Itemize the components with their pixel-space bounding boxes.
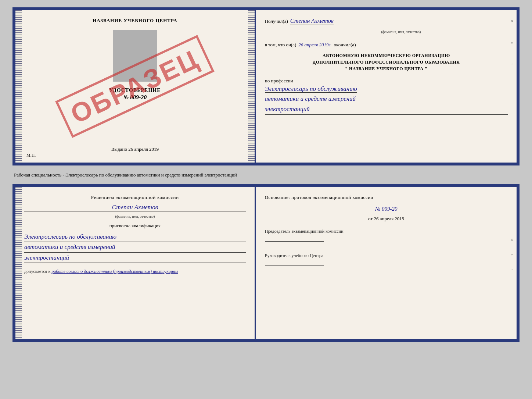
profession-block: по профессии Электрослесарь по обслужива…	[265, 78, 508, 115]
profession-line2: автоматики и средств измерений	[265, 94, 508, 104]
chairman-title: Председатель экзаменационной комиссии	[265, 228, 508, 235]
cert-mp-label: М.П.	[26, 153, 36, 158]
cert-photo-placeholder	[113, 30, 157, 82]
qualification-line2: автоматики и средств измерений	[24, 242, 246, 252]
qualification-line1: Электрослесарь по обслуживанию	[24, 232, 246, 242]
top-document: НАЗВАНИЕ УЧЕБНОГО ЦЕНТРА УДОСТОВЕРЕНИЕ №…	[12, 7, 520, 165]
issued-date: 26 апреля 2019	[128, 146, 159, 152]
right-decorative-strip-inner	[248, 10, 255, 163]
org-block: АВТОНОМНУЮ НЕКОММЕРЧЕСКУЮ ОРГАНИЗАЦИЮ ДО…	[265, 52, 508, 72]
person-name: Степан Ахметов	[24, 204, 246, 211]
org-line3: " НАЗВАНИЕ УЧЕБНОГО ЦЕНТРА "	[265, 65, 508, 72]
date-value: 26 апреля 2019г.	[298, 42, 331, 48]
director-title: Руководитель учебного Центра	[265, 253, 508, 259]
document-container: НАЗВАНИЕ УЧЕБНОГО ЦЕНТРА УДОСТОВЕРЕНИЕ №…	[12, 7, 520, 342]
bottom-left-panel: Решением экзаменационной комиссии Степан…	[15, 187, 256, 339]
qualification-block: Электрослесарь по обслуживанию автоматик…	[24, 232, 246, 263]
specialty-text: Рабочая специальность - Электрослесарь п…	[12, 170, 520, 179]
commission-title: Решением экзаменационной комиссии	[24, 194, 246, 201]
receiver-line: Получил(а) Степан Ахметов –	[265, 18, 508, 25]
chairman-signature-line	[265, 241, 324, 242]
org-line1: АВТОНОМНУЮ НЕКОММЕРЧЕСКУЮ ОРГАНИЗАЦИЮ	[265, 52, 508, 59]
bottom-right-edge-marks: – – – и а ← – – – –	[510, 187, 515, 339]
protocol-date-prefix: от	[368, 216, 373, 221]
assigned-label: присвоена квалификация	[24, 223, 246, 229]
cert-school-title: НАЗВАНИЕ УЧЕБНОГО ЦЕНТРА	[93, 18, 177, 24]
receiver-fio-subtitle: (фамилия, имя, отчество)	[265, 30, 508, 34]
protocol-number: № 009-20	[265, 206, 508, 212]
in-that-label: в том, что он(а)	[265, 42, 296, 48]
bottom-right-panel: Основание: протокол экзаменационной коми…	[256, 187, 517, 339]
cert-number: № 009-20	[123, 94, 147, 101]
protocol-date-value: 26 апреля 2019	[374, 216, 405, 221]
top-right-panel: Получил(а) Степан Ахметов – (фамилия, им…	[256, 10, 517, 163]
allowed-text: допускается к работе согласно должностны…	[24, 269, 246, 274]
org-line2: ДОПОЛНИТЕЛЬНОГО ПРОФЕССИОНАЛЬНОГО ОБРАЗО…	[265, 59, 508, 65]
date-line: в том, что он(а) 26 апреля 2019г. окончи…	[265, 42, 508, 48]
qualification-line3: электростанций	[24, 253, 246, 263]
cert-issued-line: Выдано 26 апреля 2019	[111, 146, 159, 152]
profession-label: по профессии	[265, 78, 508, 84]
allowed-value: работе согласно должностным (производств…	[51, 269, 178, 274]
profession-line3: электростанций	[265, 104, 508, 114]
profession-line1: Электрослесарь по обслуживанию	[265, 85, 357, 93]
basis-title: Основание: протокол экзаменационной коми…	[265, 194, 508, 201]
right-edge-marks: и а ← – – – –	[510, 10, 515, 163]
cert-type-label: УДОСТОВЕРЕНИЕ	[109, 88, 161, 93]
receiver-name: Степан Ахметов	[290, 18, 334, 25]
received-label: Получил(а)	[265, 18, 288, 24]
protocol-date: от 26 апреля 2019	[265, 216, 508, 222]
top-left-panel: НАЗВАНИЕ УЧЕБНОГО ЦЕНТРА УДОСТОВЕРЕНИЕ №…	[15, 10, 256, 163]
director-block: Руководитель учебного Центра	[265, 253, 508, 267]
issued-label: Выдано	[111, 146, 127, 152]
allowed-label: допускается к	[24, 269, 50, 274]
bottom-fio-subtitle: (фамилия, имя, отчество)	[24, 214, 246, 218]
left-decorative-strip	[15, 10, 22, 163]
finished-label: окончил(а)	[334, 42, 356, 48]
director-signature-line	[265, 266, 324, 266]
chairman-block: Председатель экзаменационной комиссии	[265, 228, 508, 243]
bottom-document: Решением экзаменационной комиссии Степан…	[12, 184, 520, 342]
bottom-left-strip	[15, 187, 22, 339]
